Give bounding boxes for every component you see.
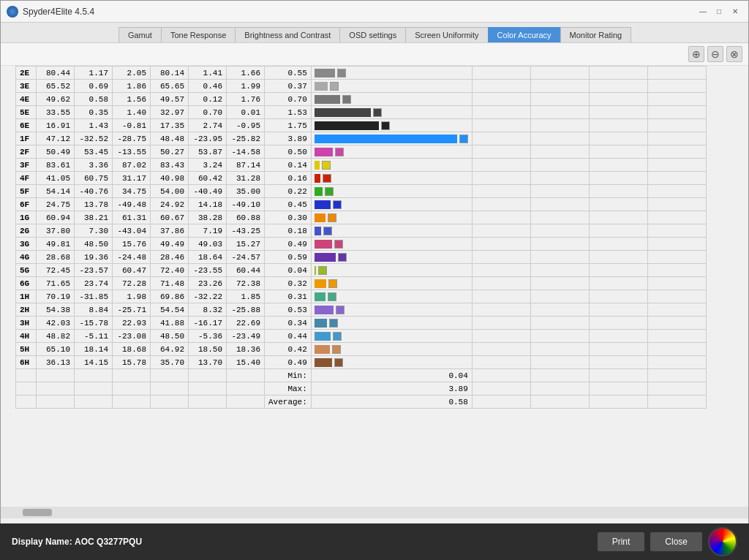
meas-a: -5.36 xyxy=(189,330,227,343)
ref-L: 83.61 xyxy=(37,159,75,172)
row-id: 6H xyxy=(16,356,37,369)
chart-cell xyxy=(311,356,472,369)
tab-osd-settings[interactable]: OSD settings xyxy=(339,27,406,42)
tab-color-accuracy[interactable]: Color Accuracy xyxy=(488,27,561,42)
table-row: 5E 33.55 0.35 1.40 32.97 0.70 0.01 1.53 xyxy=(16,106,707,119)
row-id: 5E xyxy=(16,106,37,119)
ref-a: 0.35 xyxy=(75,106,113,119)
ref-b: -23.08 xyxy=(113,330,151,343)
zoom-actual-button[interactable]: ⊗ xyxy=(726,46,742,62)
delta-e: 0.49 xyxy=(265,238,312,251)
ref-a: 0.58 xyxy=(75,93,113,106)
ref-b: 60.47 xyxy=(113,264,151,277)
row-id: 6F xyxy=(16,198,37,211)
delta-e: 0.04 xyxy=(265,264,312,277)
meas-b: 22.69 xyxy=(227,317,265,330)
meas-b: 15.40 xyxy=(227,356,265,369)
table-row: 3E 65.52 0.69 1.86 65.65 0.46 1.99 0.37 xyxy=(16,80,707,93)
row-id: 2G xyxy=(16,224,37,238)
chart-cell xyxy=(311,251,472,264)
ref-L: 54.38 xyxy=(37,303,75,317)
ref-a: -31.85 xyxy=(75,290,113,303)
app-icon xyxy=(7,6,18,18)
meas-a: 18.64 xyxy=(189,251,227,264)
ref-a: 1.43 xyxy=(75,119,113,132)
chart-cell xyxy=(311,264,472,277)
close-button[interactable]: ✕ xyxy=(728,4,742,19)
ref-L: 71.65 xyxy=(37,277,75,290)
meas-b: -25.88 xyxy=(227,303,265,317)
meas-L: 35.70 xyxy=(151,356,189,369)
meas-b: -49.10 xyxy=(227,198,265,211)
display-prefix: Display Name: xyxy=(12,537,72,547)
meas-a: 53.87 xyxy=(189,145,227,159)
print-button[interactable]: Print xyxy=(598,532,645,551)
close-button-bottom[interactable]: Close xyxy=(650,532,702,551)
ref-L: 65.10 xyxy=(37,343,75,356)
ref-L: 65.52 xyxy=(37,80,75,93)
meas-a: 0.70 xyxy=(189,106,227,119)
chart-cell xyxy=(311,185,472,198)
table-row: 6E 16.91 1.43 -0.81 17.35 2.74 -0.95 1.7… xyxy=(16,119,707,132)
meas-L: 28.46 xyxy=(151,251,189,264)
chart-cell xyxy=(311,343,472,356)
maximize-button[interactable]: □ xyxy=(712,4,726,19)
ref-a: 53.45 xyxy=(75,145,113,159)
summary-value: 0.04 xyxy=(311,369,472,382)
ref-L: 16.91 xyxy=(37,119,75,132)
ref-L: 36.13 xyxy=(37,356,75,369)
tab-monitor-rating[interactable]: Monitor Rating xyxy=(560,27,632,42)
table-row: 2G 37.80 7.30 -43.04 37.86 7.19 -43.25 0… xyxy=(16,224,707,238)
summary-id xyxy=(16,396,37,409)
ref-b: 61.31 xyxy=(113,211,151,224)
delta-e: 3.89 xyxy=(265,132,312,145)
chart-cell xyxy=(311,119,472,132)
table-row: 6G 71.65 23.74 72.28 71.48 23.26 72.38 0… xyxy=(16,277,707,290)
row-id: 2H xyxy=(16,303,37,317)
horizontal-scrollbar[interactable] xyxy=(1,507,748,518)
tab-tone-response[interactable]: Tone Response xyxy=(161,27,236,42)
tab-screen-uniformity[interactable]: Screen Uniformity xyxy=(405,27,488,42)
ref-b: -24.48 xyxy=(113,251,151,264)
ref-a: -32.52 xyxy=(75,132,113,145)
table-row: 1H 70.19 -31.85 1.98 69.86 -32.22 1.85 0… xyxy=(16,290,707,303)
meas-b: 15.27 xyxy=(227,238,265,251)
table-row: 4H 48.82 -5.11 -23.08 48.50 -5.36 -23.49… xyxy=(16,330,707,343)
meas-b: 0.01 xyxy=(227,106,265,119)
meas-L: 54.54 xyxy=(151,303,189,317)
meas-b: 1.99 xyxy=(227,80,265,93)
meas-a: -23.95 xyxy=(189,132,227,145)
ref-b: 34.75 xyxy=(113,185,151,198)
ref-L: 37.80 xyxy=(37,224,75,238)
meas-a: 1.41 xyxy=(189,67,227,80)
zoom-out-button[interactable]: ⊖ xyxy=(707,46,723,62)
meas-b: -24.57 xyxy=(227,251,265,264)
meas-L: 80.14 xyxy=(151,67,189,80)
ref-b: -49.48 xyxy=(113,198,151,211)
tab-brightness-contrast[interactable]: Brightness and Contrast xyxy=(235,27,340,42)
ref-a: 14.15 xyxy=(75,356,113,369)
ref-a: 18.14 xyxy=(75,343,113,356)
meas-a: 0.12 xyxy=(189,93,227,106)
chart-cell xyxy=(311,290,472,303)
ref-b: 22.93 xyxy=(113,317,151,330)
minimize-button[interactable]: — xyxy=(696,4,710,19)
meas-L: 65.65 xyxy=(151,80,189,93)
meas-a: 0.46 xyxy=(189,80,227,93)
bottom-buttons: Print Close xyxy=(598,527,737,556)
row-id: 6E xyxy=(16,119,37,132)
chart-cell xyxy=(311,303,472,317)
summary-label: Min: xyxy=(265,369,312,382)
table-row: 4F 41.05 60.75 31.17 40.98 60.42 31.28 0… xyxy=(16,172,707,185)
tab-gamut[interactable]: Gamut xyxy=(118,27,162,42)
table-row: 5H 65.10 18.14 18.68 64.92 18.50 18.36 0… xyxy=(16,343,707,356)
summary-row: Average: 0.58 xyxy=(16,396,707,409)
ref-b: 1.40 xyxy=(113,106,151,119)
display-name-label: Display Name: AOC Q3277PQU xyxy=(12,537,142,547)
ref-L: 60.94 xyxy=(37,211,75,224)
meas-L: 48.48 xyxy=(151,132,189,145)
meas-L: 72.40 xyxy=(151,264,189,277)
meas-L: 69.86 xyxy=(151,290,189,303)
zoom-in-button[interactable]: ⊕ xyxy=(688,46,704,62)
delta-e: 1.75 xyxy=(265,119,312,132)
